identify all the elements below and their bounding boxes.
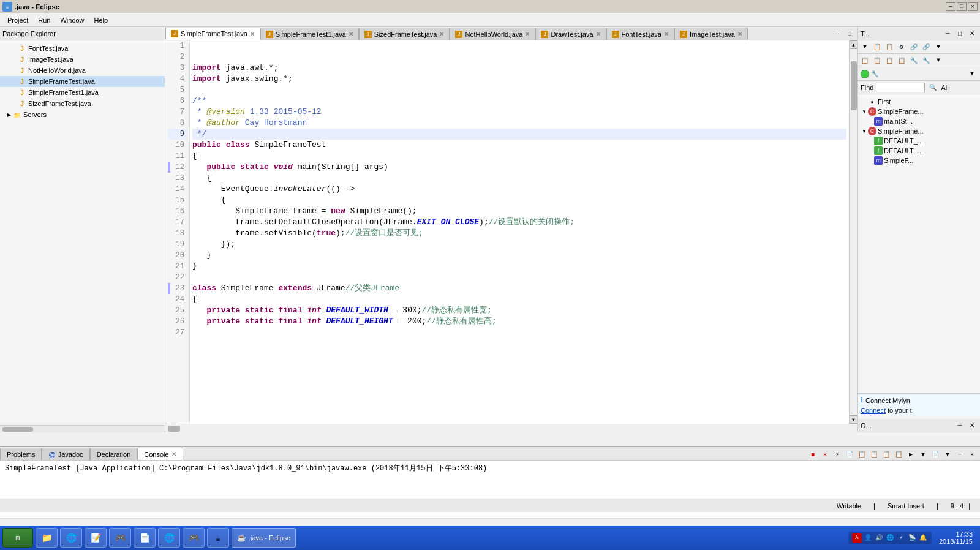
sidebar-item-imagetest[interactable]: J ImageTest.java — [0, 54, 165, 65]
tab-simpleframetest1[interactable]: J SimpleFrameTest1.java ✕ — [260, 28, 359, 40]
find-search-button[interactable]: 🔍 — [927, 82, 938, 93]
code-editor[interactable]: import java.awt.*; import javax.swing.*;… — [190, 40, 849, 424]
tab-close-fonttest[interactable]: ✕ — [664, 31, 669, 37]
console-btn-6[interactable]: 📋 — [869, 449, 880, 460]
maximize-button[interactable]: □ — [957, 2, 967, 11]
console-btn-14[interactable]: ✕ — [967, 449, 978, 460]
right-panel-minimize[interactable]: ─ — [942, 28, 953, 39]
editor-vertical-scrollbar[interactable]: ▲ ▼ — [849, 40, 858, 424]
menu-window[interactable]: Window — [55, 15, 89, 25]
tray-icon-4[interactable]: 🌐 — [885, 533, 895, 543]
taskbar-chrome[interactable]: 🌐 — [60, 528, 82, 548]
rp-btn-13[interactable]: 🔧 — [921, 55, 932, 66]
console-btn-8[interactable]: 📋 — [893, 449, 904, 460]
rp-btn-11[interactable]: 📋 — [896, 55, 907, 66]
tab-close-sizedframetest[interactable]: ✕ — [439, 31, 444, 37]
tab-close-simpleframetest[interactable]: ✕ — [250, 31, 255, 37]
rp-btn-10[interactable]: 📋 — [884, 55, 895, 66]
outline-item-simplef-method[interactable]: m SimpleF... — [861, 156, 978, 165]
sidebar-item-sizedframetest[interactable]: J SizedFrameTest.java — [0, 98, 165, 109]
taskbar-java[interactable]: ☕ — [207, 528, 229, 548]
menu-project[interactable]: Project — [2, 15, 33, 25]
tab-close-nothelloworld[interactable]: ✕ — [525, 31, 530, 37]
taskbar-active-app[interactable]: ☕ .java - Eclipse — [232, 528, 296, 548]
rp-btn-2[interactable]: 📋 — [872, 42, 883, 53]
connect-link[interactable]: Connect — [861, 407, 886, 414]
console-stop-btn[interactable]: ■ — [807, 449, 818, 460]
console-btn-10[interactable]: ▼ — [918, 449, 929, 460]
maximize-editor-button[interactable]: □ — [844, 29, 855, 40]
taskbar-app6[interactable]: 🌐 — [158, 528, 180, 548]
rp-btn-5[interactable]: 🔗 — [908, 42, 919, 53]
close-button[interactable]: ✕ — [968, 2, 978, 11]
menu-help[interactable]: Help — [89, 15, 113, 25]
console-btn-5[interactable]: 📋 — [856, 449, 867, 460]
menu-run[interactable]: Run — [33, 15, 55, 25]
right-panel-close[interactable]: ✕ — [967, 28, 978, 39]
console-tab-close[interactable]: ✕ — [172, 451, 176, 458]
rp-btn-1[interactable]: ▼ — [859, 42, 870, 53]
sidebar-item-simpleframetest[interactable]: J SimpleFrameTest.java — [0, 76, 165, 87]
tray-icon-6[interactable]: 📡 — [907, 533, 917, 543]
tab-fonttest[interactable]: J FontTest.java ✕ — [606, 28, 674, 40]
tab-sizedframetest[interactable]: J SizedFrameTest.java ✕ — [359, 28, 450, 40]
sidebar-item-servers[interactable]: ▶ 📁 Servers — [0, 109, 165, 120]
outline-item-main-method[interactable]: m main(St... — [861, 116, 978, 126]
tray-icon-5[interactable]: ⚡ — [896, 533, 906, 543]
tray-icon-7[interactable]: 🔔 — [918, 533, 928, 543]
console-btn-12[interactable]: ▼ — [942, 449, 953, 460]
tab-drawtest[interactable]: J DrawTest.java ✕ — [535, 28, 606, 40]
rp-btn-7[interactable]: ▼ — [933, 42, 944, 53]
start-button[interactable]: ⊞ — [2, 528, 33, 548]
tray-adobe[interactable]: A — [852, 533, 862, 543]
tab-console[interactable]: Console ✕ — [137, 448, 183, 460]
rp-btn-14[interactable]: ▼ — [933, 55, 944, 66]
console-btn-4[interactable]: 📄 — [844, 449, 855, 460]
tab-close-imagetest[interactable]: ✕ — [737, 31, 742, 37]
tab-nothelloworld[interactable]: J NotHelloWorld.java ✕ — [450, 28, 535, 40]
console-btn-7[interactable]: 📋 — [881, 449, 892, 460]
rp-btn-12[interactable]: 🔧 — [908, 55, 919, 66]
rp-btn-8[interactable]: 📋 — [859, 55, 870, 66]
tab-problems[interactable]: Problems — [0, 448, 42, 460]
scroll-down-button[interactable]: ▼ — [850, 415, 858, 424]
outline-item-simpleframe-class[interactable]: ▼ C SimpleFrame... — [861, 126, 978, 136]
rp-down-btn[interactable]: ▼ — [967, 69, 978, 80]
outline-item-simpleframetest-class[interactable]: ▼ C SimpleFrame... — [861, 107, 978, 116]
console-terminate-btn[interactable]: ✕ — [820, 449, 831, 460]
outline-minimize[interactable]: ─ — [954, 420, 965, 431]
taskbar-app5[interactable]: 📄 — [134, 528, 156, 548]
tab-imagetest[interactable]: J ImageTest.java ✕ — [674, 28, 748, 40]
rp-btn-6[interactable]: 🔗 — [921, 42, 932, 53]
outline-item-default-height[interactable]: f DEFAULT_... — [861, 146, 978, 156]
rp-btn-4[interactable]: ⚙ — [896, 42, 907, 53]
console-btn-11[interactable]: 📄 — [930, 449, 941, 460]
rp-tool-btn[interactable]: 🔧 — [869, 69, 880, 80]
scroll-up-button[interactable]: ▲ — [850, 40, 858, 49]
find-input[interactable] — [876, 83, 925, 92]
tab-simpleframetest[interactable]: J SimpleFrameTest.java ✕ — [165, 28, 260, 40]
tab-close-drawtest[interactable]: ✕ — [596, 31, 601, 37]
tray-icon-2[interactable]: 👤 — [863, 533, 873, 543]
outline-item-default-width[interactable]: f DEFAULT_... — [861, 136, 978, 146]
rp-btn-3[interactable]: 📋 — [884, 42, 895, 53]
rp-btn-9[interactable]: 📋 — [872, 55, 883, 66]
taskbar-app3[interactable]: 📝 — [85, 528, 107, 548]
console-btn-13[interactable]: ─ — [954, 449, 965, 460]
minimize-button[interactable]: ─ — [946, 2, 956, 11]
taskbar-app4[interactable]: 🎮 — [109, 528, 131, 548]
tab-declaration[interactable]: Declaration — [90, 448, 138, 460]
outline-close[interactable]: ✕ — [967, 420, 978, 431]
tab-close-simpleframetest1[interactable]: ✕ — [349, 31, 353, 37]
sidebar-item-simpleframetest1[interactable]: J SimpleFrameTest1.java — [0, 87, 165, 98]
console-horizontal-scrollbar[interactable] — [0, 518, 980, 526]
rp-green-btn[interactable] — [861, 70, 869, 78]
minimize-editor-button[interactable]: ─ — [832, 29, 843, 40]
console-btn-9[interactable]: ▶ — [905, 449, 916, 460]
tab-javadoc[interactable]: @ Javadoc — [42, 448, 89, 460]
right-panel-maximize[interactable]: □ — [954, 28, 965, 39]
outline-item-first[interactable]: ● First — [861, 97, 978, 107]
sidebar-item-fonttest[interactable]: J FontTest.java — [0, 43, 165, 54]
taskbar-explorer[interactable]: 📁 — [36, 528, 58, 548]
console-btn-3[interactable]: ⚡ — [832, 449, 843, 460]
